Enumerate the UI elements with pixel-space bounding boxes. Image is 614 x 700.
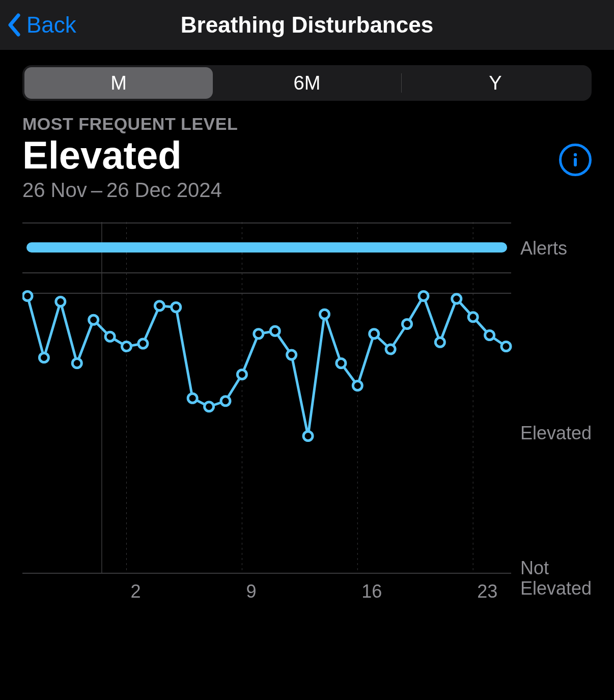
y-label-elevated: Elevated [520, 423, 592, 443]
data-point [188, 394, 197, 403]
data-point [485, 330, 494, 340]
data-point [501, 342, 511, 351]
data-point [386, 345, 395, 354]
data-point [254, 329, 263, 339]
data-point [39, 353, 48, 362]
data-point [56, 297, 65, 306]
data-point [468, 313, 478, 322]
summary-value: Elevated [22, 135, 592, 176]
segment-year[interactable]: Y [401, 67, 590, 99]
summary-header: MOST FREQUENT LEVEL Elevated 26 Nov – 26… [22, 114, 592, 202]
data-point [221, 397, 230, 406]
page-title: Breathing Disturbances [0, 12, 614, 38]
data-point [172, 302, 181, 312]
segment-six-months[interactable]: 6M [213, 67, 401, 99]
data-point [270, 326, 280, 335]
data-point [105, 332, 115, 341]
back-button[interactable]: Back [0, 12, 76, 38]
svg-rect-1 [574, 158, 577, 166]
data-point [155, 301, 164, 311]
info-button[interactable] [559, 144, 592, 176]
chart-svg: 291623AlertsElevatedNotElevated [22, 222, 592, 609]
range-segmented-control: M 6M Y [22, 65, 592, 101]
x-tick-label: 9 [246, 581, 256, 602]
y-label-alerts: Alerts [520, 238, 567, 259]
summary-caption: MOST FREQUENT LEVEL [22, 114, 592, 134]
data-point [303, 431, 313, 440]
data-point [370, 329, 379, 339]
alerts-bar [26, 242, 507, 253]
data-point [287, 350, 296, 359]
data-point [337, 358, 346, 368]
data-point [237, 370, 246, 379]
svg-point-0 [574, 153, 577, 156]
chevron-left-icon [7, 13, 21, 37]
data-point [353, 381, 362, 390]
data-point [72, 358, 81, 368]
data-point [205, 402, 214, 411]
data-point [23, 291, 32, 300]
series-line [27, 296, 506, 436]
data-point [138, 339, 148, 348]
data-point [403, 319, 412, 328]
breathing-chart: 291623AlertsElevatedNotElevated [22, 222, 592, 609]
y-label-not-elevated-1: Not [520, 557, 549, 578]
summary-date-range: 26 Nov – 26 Dec 2024 [22, 179, 592, 202]
data-point [89, 315, 98, 324]
data-point [435, 338, 444, 347]
data-point [452, 294, 461, 303]
data-point [122, 342, 131, 351]
info-icon [566, 150, 585, 170]
x-tick-label: 2 [130, 581, 141, 602]
segment-month[interactable]: M [24, 67, 213, 99]
nav-bar: Back Breathing Disturbances [0, 0, 614, 50]
back-label: Back [26, 12, 76, 38]
x-tick-label: 23 [477, 581, 497, 602]
data-point [419, 291, 428, 300]
data-point [320, 310, 329, 319]
x-tick-label: 16 [361, 581, 382, 602]
y-label-not-elevated-2: Elevated [520, 578, 592, 599]
